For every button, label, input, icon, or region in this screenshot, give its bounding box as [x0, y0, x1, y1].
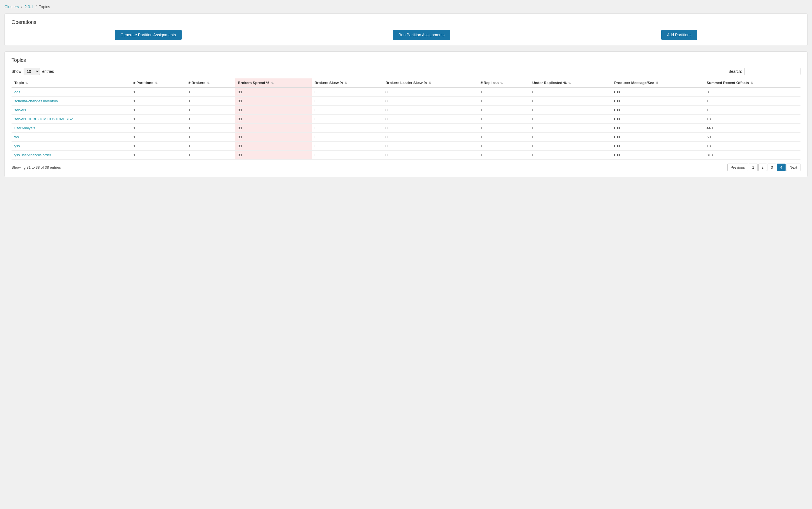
search-input[interactable] — [744, 68, 801, 75]
cell-topic: server1 — [11, 106, 130, 115]
col-brokers-skew[interactable]: Brokers Skew % ⇅ — [312, 78, 383, 88]
col-summed-recent-offsets[interactable]: Summed Recent Offsets ⇅ — [704, 78, 801, 88]
topic-link[interactable]: server1.DEBEZIUM.CUSTOMERS2 — [14, 117, 73, 121]
pagination-page-4-button[interactable]: 4 — [777, 164, 786, 171]
cell-brokers-skew: 0 — [312, 88, 383, 97]
operations-card: Operations Generate Partition Assignment… — [4, 13, 808, 46]
breadcrumb-clusters-link[interactable]: Clusters — [4, 4, 19, 9]
cell-under-replicated: 0 — [529, 133, 611, 142]
cell-replicas: 1 — [478, 88, 529, 97]
col-brokers-leader-skew[interactable]: Brokers Leader Skew % ⇅ — [383, 78, 478, 88]
cell-producer-msg-sec: 0.00 — [611, 97, 704, 106]
sort-icon-brokers-skew: ⇅ — [345, 81, 347, 84]
col-partitions[interactable]: # Partitions ⇅ — [130, 78, 186, 88]
pagination-page-1-button[interactable]: 1 — [749, 164, 757, 171]
topic-link[interactable]: server1 — [14, 108, 26, 112]
col-replicas[interactable]: # Replicas ⇅ — [478, 78, 529, 88]
sort-icon-summed-recent-offsets: ⇅ — [750, 81, 753, 84]
cell-producer-msg-sec: 0.00 — [611, 115, 704, 124]
breadcrumb-version-link[interactable]: 2.3.1 — [25, 4, 33, 9]
cell-summed-recent-offsets: 0 — [704, 88, 801, 97]
cell-brokers-leader-skew: 0 — [383, 115, 478, 124]
cell-producer-msg-sec: 0.00 — [611, 106, 704, 115]
cell-under-replicated: 0 — [529, 106, 611, 115]
topic-link[interactable]: ws — [14, 135, 19, 139]
cell-producer-msg-sec: 0.00 — [611, 142, 704, 151]
generate-partition-assignments-button[interactable]: Generate Partition Assignments — [115, 30, 182, 40]
entries-select[interactable]: 10 25 50 100 — [24, 68, 40, 75]
search-box: Search: — [728, 68, 801, 75]
cell-brokers-leader-skew: 0 — [383, 151, 478, 160]
cell-topic: schema-changes.inventory — [11, 97, 130, 106]
pagination-page-3-button[interactable]: 3 — [768, 164, 776, 171]
cell-topic: yss — [11, 142, 130, 151]
cell-partitions: 1 — [130, 106, 186, 115]
cell-topic: userAnalysis — [11, 124, 130, 133]
pagination-next-button[interactable]: Next — [786, 164, 801, 171]
pagination-buttons: Previous 1 2 3 4 Next — [727, 164, 801, 171]
cell-replicas: 1 — [478, 133, 529, 142]
col-under-replicated[interactable]: Under Replicated % ⇅ — [529, 78, 611, 88]
cell-producer-msg-sec: 0.00 — [611, 133, 704, 142]
breadcrumb: Clusters / 2.3.1 / Topics — [4, 4, 808, 9]
cell-producer-msg-sec: 0.00 — [611, 124, 704, 133]
cell-brokers-skew: 0 — [312, 124, 383, 133]
run-partition-assignments-button[interactable]: Run Partition Assignments — [393, 30, 450, 40]
add-partitions-button[interactable]: Add Partitions — [661, 30, 697, 40]
cell-replicas: 1 — [478, 115, 529, 124]
cell-summed-recent-offsets: 1 — [704, 106, 801, 115]
cell-partitions: 1 — [130, 115, 186, 124]
pagination-page-2-button[interactable]: 2 — [758, 164, 767, 171]
cell-partitions: 1 — [130, 88, 186, 97]
cell-summed-recent-offsets: 1 — [704, 97, 801, 106]
col-producer-msg-sec[interactable]: Producer Message/Sec ⇅ — [611, 78, 704, 88]
col-brokers-spread[interactable]: Brokers Spread % ⇅ — [235, 78, 312, 88]
cell-brokers-leader-skew: 0 — [383, 88, 478, 97]
cell-brokers-spread: 33 — [235, 88, 312, 97]
cell-brokers-leader-skew: 0 — [383, 106, 478, 115]
table-row: ws 1 1 33 0 0 1 0 0.00 50 — [11, 133, 801, 142]
operations-buttons: Generate Partition Assignments Run Parti… — [11, 30, 801, 40]
topic-link[interactable]: ods — [14, 90, 20, 94]
sort-icon-brokers: ⇅ — [207, 81, 209, 84]
sort-icon-topic: ⇅ — [25, 81, 28, 84]
cell-brokers-leader-skew: 0 — [383, 97, 478, 106]
col-topic[interactable]: Topic ⇅ — [11, 78, 130, 88]
pagination-info: Showing 31 to 38 of 38 entries — [11, 165, 61, 169]
operations-title: Operations — [11, 20, 801, 25]
cell-brokers-leader-skew: 0 — [383, 142, 478, 151]
search-label: Search: — [728, 69, 742, 74]
sort-icon-partitions: ⇅ — [155, 81, 158, 84]
cell-topic: ods — [11, 88, 130, 97]
topic-link[interactable]: yss — [14, 144, 20, 148]
cell-summed-recent-offsets: 50 — [704, 133, 801, 142]
cell-replicas: 1 — [478, 142, 529, 151]
cell-under-replicated: 0 — [529, 115, 611, 124]
cell-under-replicated: 0 — [529, 124, 611, 133]
table-row: server1 1 1 33 0 0 1 0 0.00 1 — [11, 106, 801, 115]
table-row: ods 1 1 33 0 0 1 0 0.00 0 — [11, 88, 801, 97]
cell-replicas: 1 — [478, 97, 529, 106]
breadcrumb-current: Topics — [39, 4, 50, 9]
cell-brokers-spread: 33 — [235, 133, 312, 142]
cell-brokers: 1 — [186, 124, 235, 133]
cell-brokers-spread: 33 — [235, 106, 312, 115]
cell-brokers-skew: 0 — [312, 97, 383, 106]
pagination-previous-button[interactable]: Previous — [727, 164, 748, 171]
topic-link[interactable]: yss.userAnalysis.order — [14, 153, 51, 157]
topics-table: Topic ⇅ # Partitions ⇅ # Brokers ⇅ Broke… — [11, 78, 801, 160]
cell-replicas: 1 — [478, 151, 529, 160]
cell-under-replicated: 0 — [529, 97, 611, 106]
topics-card: Topics Show 10 25 50 100 entries Search:… — [4, 52, 808, 177]
sort-icon-under-replicated: ⇅ — [568, 81, 571, 84]
cell-brokers: 1 — [186, 151, 235, 160]
cell-topic: server1.DEBEZIUM.CUSTOMERS2 — [11, 115, 130, 124]
table-row: schema-changes.inventory 1 1 33 0 0 1 0 … — [11, 97, 801, 106]
topic-link[interactable]: schema-changes.inventory — [14, 99, 58, 103]
cell-brokers: 1 — [186, 106, 235, 115]
topics-controls: Show 10 25 50 100 entries Search: — [11, 68, 801, 75]
col-brokers[interactable]: # Brokers ⇅ — [186, 78, 235, 88]
topic-link[interactable]: userAnalysis — [14, 126, 35, 130]
cell-brokers-leader-skew: 0 — [383, 124, 478, 133]
table-header-row: Topic ⇅ # Partitions ⇅ # Brokers ⇅ Broke… — [11, 78, 801, 88]
